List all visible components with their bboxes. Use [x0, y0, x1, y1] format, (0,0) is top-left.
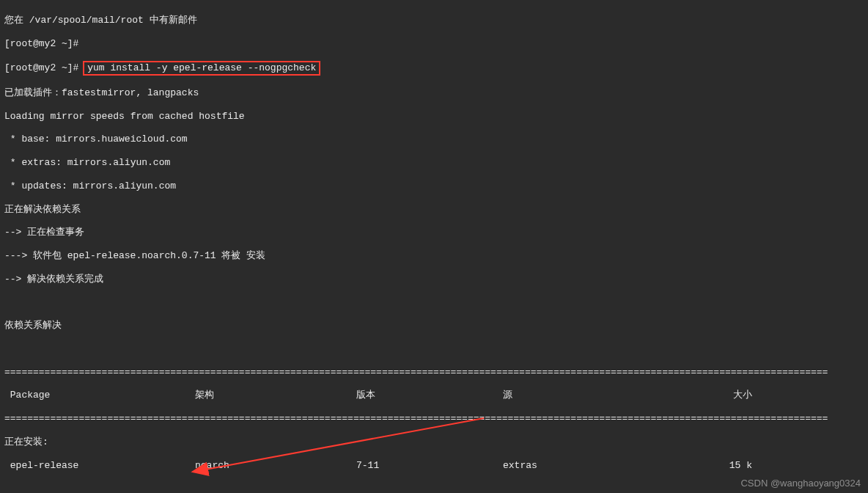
td-size: 15 k [664, 460, 781, 472]
blank [4, 483, 864, 493]
loading-line: Loading mirror speeds from cached hostfi… [4, 111, 864, 123]
th-size: 大小 [664, 390, 781, 401]
table-header: Package 架构 版本 源 大小 [4, 390, 864, 401]
prompt-empty: [root@my2 ~]# [4, 38, 864, 50]
terminal-output[interactable]: 您在 /var/spool/mail/root 中有新邮件 [root@my2 … [0, 0, 868, 493]
deps-resolved: --> 解决依赖关系完成 [4, 274, 864, 285]
td-package: epel-release [4, 460, 195, 472]
td-version: 7-11 [356, 460, 503, 472]
separator: ========================================… [4, 413, 864, 425]
watermark-text: CSDN @wanghaoyang0324 [740, 478, 861, 489]
th-repo: 源 [503, 390, 664, 401]
prompt-with-cmd: [root@my2 ~]# yum install -y epel-releas… [4, 61, 864, 76]
mail-notice: 您在 /var/spool/mail/root 中有新邮件 [4, 15, 864, 26]
th-arch: 架构 [195, 390, 356, 401]
installing-header: 正在安装: [4, 437, 864, 448]
table-row: epel-release noarch 7-11 extras 15 k [4, 460, 864, 472]
prompt-text: [root@my2 ~]# [4, 62, 84, 73]
separator: ========================================… [4, 367, 864, 379]
mirror-base: * base: mirrors.huaweicloud.com [4, 134, 864, 145]
td-repo: extras [503, 460, 664, 472]
blank [4, 343, 864, 355]
resolving-deps: 正在解决依赖关系 [4, 204, 864, 216]
td-arch: noarch [195, 460, 356, 472]
plugins-line: 已加载插件：fastestmirror, langpacks [4, 87, 864, 99]
deps-resolved-header: 依赖关系解决 [4, 320, 864, 332]
mirror-extras: * extras: mirrors.aliyun.com [4, 157, 864, 169]
th-version: 版本 [356, 390, 503, 401]
pkg-will-install: ---> 软件包 epel-release.noarch.0.7-11 将被 安… [4, 250, 864, 262]
blank [4, 296, 864, 308]
mirror-updates: * updates: mirrors.aliyun.com [4, 180, 864, 192]
checking-trans: --> 正在检查事务 [4, 227, 864, 238]
highlighted-command: yum install -y epel-release --nogpgcheck [83, 61, 320, 76]
th-package: Package [4, 390, 195, 401]
